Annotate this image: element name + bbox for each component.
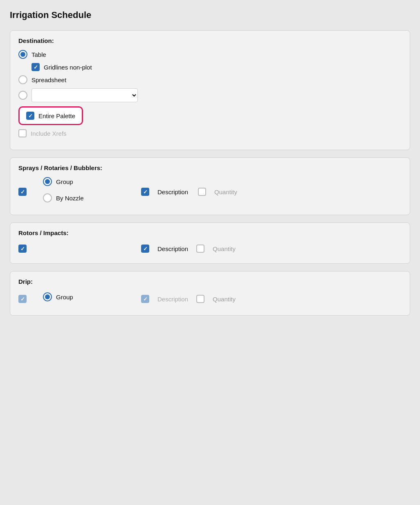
rotors-description-group: ✓ Description — [141, 245, 188, 253]
drip-quantity-label: Quantity — [213, 296, 236, 303]
drip-section-label: Drip: — [18, 278, 402, 285]
sprays-quantity-label: Quantity — [214, 189, 237, 195]
rotors-section: Rotors / Impacts: ✓ ✓ Description Quanti… — [10, 222, 410, 264]
checkmark-icon: ✓ — [28, 113, 33, 119]
description-group: ✓ Description — [141, 188, 188, 196]
sprays-quantity-checkbox[interactable] — [198, 188, 206, 196]
checkmark-icon: ✓ — [20, 296, 25, 302]
entire-palette-highlight: ✓ Entire Palette — [18, 106, 83, 125]
drip-description-checkbox[interactable]: ✓ — [141, 295, 149, 303]
group-radio-label: Group — [56, 178, 73, 185]
spreadsheet-radio-row: Spreadsheet — [18, 75, 402, 84]
rotors-right: ✓ Description Quantity — [141, 245, 236, 253]
drip-group-radio[interactable] — [43, 292, 52, 301]
destination-dropdown[interactable] — [31, 88, 138, 102]
checkmark-icon: ✓ — [143, 296, 148, 302]
drip-section: Drip: ✓ Group ✓ Description — [10, 271, 410, 316]
rotors-description-checkbox[interactable]: ✓ — [141, 245, 149, 253]
drip-middle: Group — [43, 292, 125, 305]
drip-right: ✓ Description Quantity — [141, 295, 236, 303]
drip-description-label: Description — [157, 296, 188, 303]
sprays-description-checkbox[interactable]: ✓ — [141, 188, 149, 196]
include-xrefs-label: Include Xrefs — [31, 130, 67, 137]
rotors-description-label: Description — [157, 245, 188, 252]
drip-left: ✓ — [18, 295, 43, 303]
drip-row: ✓ Group ✓ Description Quantity — [18, 291, 402, 307]
checkmark-icon: ✓ — [20, 189, 25, 195]
gridlines-checkbox[interactable]: ✓ — [31, 63, 40, 71]
rotors-quantity-label: Quantity — [213, 245, 236, 252]
sprays-main-checkbox[interactable]: ✓ — [18, 188, 27, 196]
group-radio[interactable] — [43, 177, 52, 186]
sprays-row: ✓ Group By Nozzle ✓ Description — [18, 177, 402, 206]
table-radio-row: Table — [18, 50, 402, 59]
checkmark-icon: ✓ — [143, 189, 148, 195]
destination-section: Destination: Table ✓ Gridlines non-plot … — [10, 30, 410, 150]
table-radio[interactable] — [18, 50, 27, 59]
checkmark-icon: ✓ — [20, 246, 25, 252]
entire-palette-label: Entire Palette — [38, 112, 75, 119]
by-nozzle-radio-label: By Nozzle — [56, 195, 84, 202]
rotors-section-label: Rotors / Impacts: — [18, 229, 402, 236]
table-radio-label: Table — [31, 51, 46, 58]
gridlines-label: Gridlines non-plot — [44, 64, 92, 71]
checkmark-icon: ✓ — [34, 64, 38, 70]
sprays-section: Sprays / Rotaries / Bubblers: ✓ Group By… — [10, 157, 410, 215]
checkmark-icon: ✓ — [143, 246, 148, 252]
entire-palette-checkbox[interactable]: ✓ — [26, 112, 34, 120]
rotors-left: ✓ — [18, 245, 43, 253]
drip-group-radio-label: Group — [56, 294, 73, 301]
include-xrefs-row: Include Xrefs — [18, 129, 402, 137]
sprays-description-label: Description — [157, 189, 188, 195]
rotors-quantity-group: Quantity — [196, 245, 236, 253]
destination-label: Destination: — [18, 37, 402, 44]
drip-group-radio-row: Group — [43, 292, 125, 301]
drip-quantity-checkbox[interactable] — [196, 295, 204, 303]
rotors-row: ✓ ✓ Description Quantity — [18, 242, 402, 255]
by-nozzle-radio-row: By Nozzle — [43, 193, 125, 202]
include-xrefs-checkbox[interactable] — [18, 129, 27, 137]
page-title: Irrigation Schedule — [10, 10, 410, 20]
sprays-section-label: Sprays / Rotaries / Bubblers: — [18, 164, 402, 171]
third-option-row — [18, 88, 402, 102]
drip-description-group: ✓ Description — [141, 295, 188, 303]
spreadsheet-radio-label: Spreadsheet — [31, 76, 66, 83]
rotors-main-checkbox[interactable]: ✓ — [18, 245, 27, 253]
drip-main-checkbox[interactable]: ✓ — [18, 295, 27, 303]
group-radio-row: Group — [43, 177, 125, 186]
sprays-right: ✓ Description Quantity — [141, 188, 237, 196]
third-radio[interactable] — [18, 91, 27, 100]
quantity-group: Quantity — [198, 188, 237, 196]
rotors-quantity-checkbox[interactable] — [196, 245, 204, 253]
sprays-left: ✓ — [18, 188, 43, 196]
gridlines-row: ✓ Gridlines non-plot — [31, 63, 402, 71]
by-nozzle-radio[interactable] — [43, 193, 52, 202]
spreadsheet-radio[interactable] — [18, 75, 27, 84]
sprays-middle: Group By Nozzle — [43, 177, 125, 206]
drip-quantity-group: Quantity — [196, 295, 236, 303]
